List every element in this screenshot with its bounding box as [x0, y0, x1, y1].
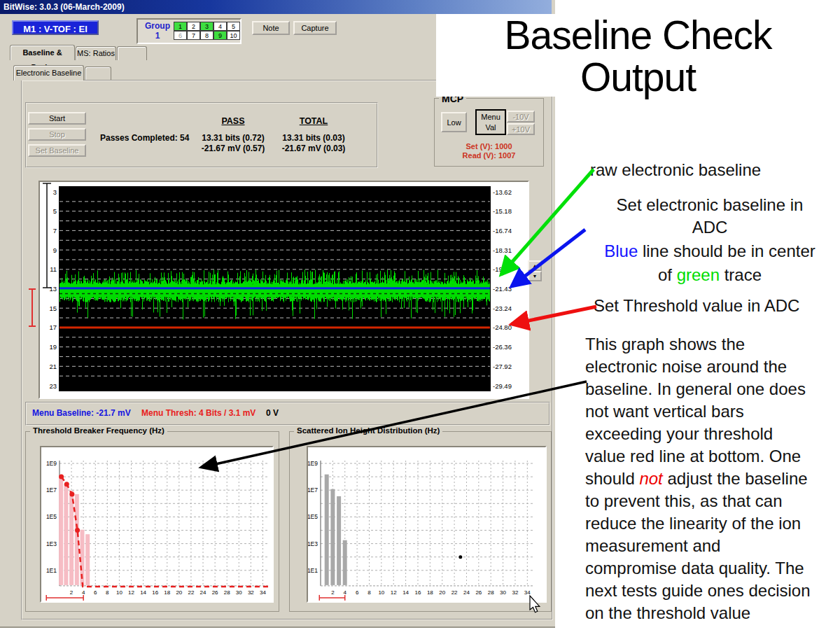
tab-baseline-peaks[interactable]: Baseline & Peaks — [10, 45, 75, 60]
svg-text:20: 20 — [439, 589, 445, 596]
group-cell-3[interactable]: 3 — [200, 22, 214, 31]
group-label: Group1 — [142, 21, 173, 41]
stop-button[interactable]: Stop — [28, 128, 86, 141]
annotation-raw-baseline: raw electronic baseline — [590, 160, 761, 180]
group-cell-8[interactable]: 8 — [200, 31, 214, 40]
start-button[interactable]: Start — [28, 112, 86, 125]
svg-text:28: 28 — [224, 589, 230, 596]
svg-text:8: 8 — [368, 589, 371, 596]
svg-text:5: 5 — [53, 207, 57, 215]
svg-text:2: 2 — [331, 589, 335, 596]
mcp-read-voltage: Read (V): 1007 — [435, 151, 542, 160]
scope-scroll-down-button[interactable]: ▼ — [528, 271, 542, 281]
svg-text:30: 30 — [236, 589, 242, 596]
svg-text:4: 4 — [344, 589, 347, 596]
svg-text:1E3: 1E3 — [46, 540, 57, 547]
mcp-minus10-button[interactable]: -10V — [507, 111, 535, 122]
mcp-menu-val-button[interactable]: Menu Val — [475, 109, 506, 135]
svg-text:30: 30 — [500, 589, 506, 596]
slide-title-box: Baseline Check Output — [436, 14, 840, 97]
tab-blank[interactable] — [117, 46, 147, 60]
group-cell-4[interactable]: 4 — [214, 22, 227, 31]
mcp-plus10-button[interactable]: +10V — [507, 123, 535, 135]
note-button[interactable]: Note — [252, 21, 290, 35]
group-cell-1[interactable]: 1 — [174, 22, 187, 31]
svg-text:1E5: 1E5 — [308, 513, 318, 520]
svg-text:22: 22 — [451, 589, 458, 596]
svg-text:1E5: 1E5 — [46, 513, 57, 520]
tab-ms-ratios[interactable]: MS: Ratios — [76, 46, 116, 60]
volts-value: 0 V — [266, 408, 279, 418]
svg-text:-13.62: -13.62 — [493, 188, 512, 196]
annotation-set-baseline-2: ADC — [580, 218, 840, 237]
svg-text:13: 13 — [49, 285, 57, 293]
total-mv: -21.67 mV (0.03) — [265, 144, 363, 153]
svg-text:2: 2 — [70, 589, 74, 596]
svg-text:22: 22 — [188, 589, 194, 596]
group-cell-5[interactable]: 5 — [227, 22, 240, 31]
svg-text:16: 16 — [415, 589, 421, 596]
group-cell-2[interactable]: 2 — [187, 22, 200, 31]
group-cell-6[interactable]: 6 — [174, 31, 187, 40]
threshold-breaker-title: Threshold Breaker Frequency (Hz) — [30, 426, 167, 435]
svg-text:34: 34 — [260, 589, 266, 596]
svg-text:32: 32 — [248, 589, 254, 596]
svg-text:19: 19 — [49, 343, 57, 351]
threshold-breaker-group: Threshold Breaker Frequency (Hz) 2468101… — [25, 431, 279, 612]
scope-scroll-up-button[interactable]: ▲ — [528, 260, 542, 271]
group-panel: Group1 12345678910 — [136, 18, 241, 44]
svg-text:7: 7 — [53, 227, 57, 234]
svg-text:-26.36: -26.36 — [493, 343, 512, 351]
svg-text:14: 14 — [140, 589, 146, 596]
passes-completed: Passes Completed: 54 — [100, 133, 189, 143]
svg-text:1E9: 1E9 — [308, 460, 318, 467]
total-header: TOTAL — [286, 116, 342, 126]
svg-text:23: 23 — [49, 382, 57, 390]
subtab-electronic-baseline[interactable]: Electronic Baseline — [13, 65, 84, 80]
menu-thresh-value: Menu Thresh: 4 Bits / 3.1 mV — [141, 408, 255, 418]
svg-text:28: 28 — [488, 589, 494, 596]
svg-text:18: 18 — [427, 589, 433, 596]
svg-text:12: 12 — [128, 589, 134, 596]
set-baseline-button[interactable]: Set Baseline — [28, 144, 86, 157]
svg-text:-29.49: -29.49 — [493, 382, 512, 390]
slide-title-line2: Output — [436, 56, 840, 98]
svg-text:-24.80: -24.80 — [493, 323, 512, 331]
svg-text:9: 9 — [53, 246, 57, 254]
svg-text:1E1: 1E1 — [46, 567, 57, 574]
svg-text:4: 4 — [82, 589, 85, 596]
annotation-set-threshold: Set Threshold value in ADC — [594, 296, 799, 316]
annotation-blue-line-2: of green trace — [580, 265, 840, 285]
svg-text:-23.24: -23.24 — [493, 304, 512, 312]
annotation-set-baseline-1: Set electronic baseline in — [580, 195, 840, 215]
svg-text:26: 26 — [212, 589, 218, 596]
svg-text:14: 14 — [402, 589, 409, 596]
mcp-low-button[interactable]: Low — [441, 112, 467, 132]
svg-text:10: 10 — [116, 589, 122, 596]
instrument-mode-button[interactable]: M1 : V-TOF : EI — [12, 20, 99, 35]
menu-baseline-value: Menu Baseline: -21.7 mV — [32, 408, 131, 418]
svg-text:6: 6 — [94, 589, 97, 596]
svg-text:24: 24 — [463, 589, 470, 596]
scattered-ion-group: Scattered Ion Height Distribution (Hz) 2… — [289, 431, 552, 612]
annotation-blue-line-1: Blue line should be in center — [580, 241, 840, 261]
group-cell-10[interactable]: 10 — [227, 31, 240, 40]
group-cell-7[interactable]: 7 — [187, 31, 200, 40]
svg-text:-16.74: -16.74 — [493, 227, 512, 234]
annotation-paragraph: This graph shows theelectronic noise aro… — [585, 333, 840, 624]
svg-text:15: 15 — [49, 304, 57, 312]
total-bits: 13.31 bits (0.03) — [265, 133, 363, 143]
window-titlebar[interactable]: BitWise: 3.0.3 (06-March-2009) — [0, 0, 552, 14]
group-cell-9[interactable]: 9 — [214, 31, 227, 40]
scattered-ion-chart: 2468101214161820222426283032341E91E71E51… — [308, 447, 545, 601]
svg-text:8: 8 — [106, 589, 109, 596]
subtab-blank[interactable] — [85, 66, 111, 80]
svg-text:11: 11 — [50, 265, 57, 273]
svg-text:3: 3 — [53, 188, 57, 196]
window-title: BitWise: 3.0.3 (06-March-2009) — [4, 2, 125, 12]
svg-text:18: 18 — [164, 589, 170, 596]
svg-text:17: 17 — [49, 323, 57, 331]
svg-text:21: 21 — [49, 363, 57, 370]
svg-text:24: 24 — [200, 589, 206, 596]
capture-button[interactable]: Capture — [293, 21, 337, 35]
